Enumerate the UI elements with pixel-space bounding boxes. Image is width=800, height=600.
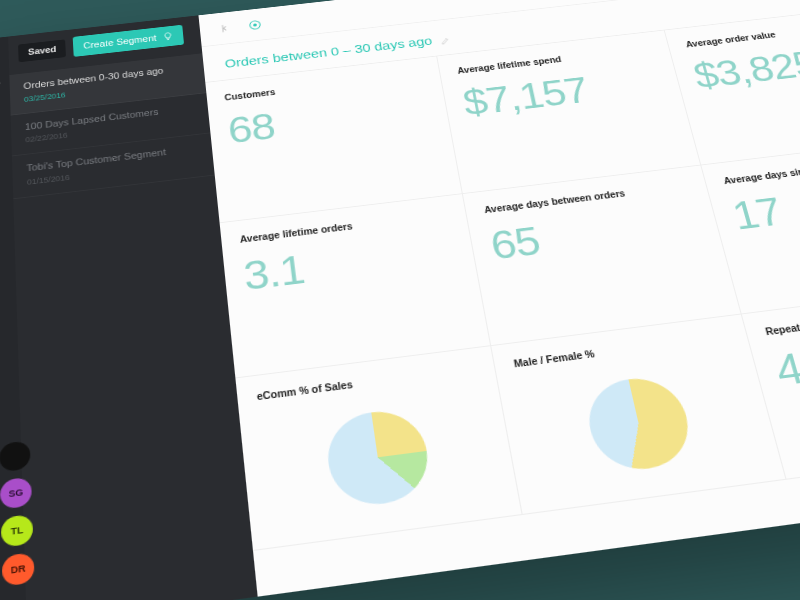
avatar-stack: SGTLDR: [0, 440, 35, 586]
metric-value: $7,157: [460, 64, 664, 122]
avatar[interactable]: TL: [1, 514, 34, 548]
pie-chart: [322, 406, 433, 510]
target-icon[interactable]: [247, 18, 264, 32]
metric-card: Male / Female %: [491, 314, 786, 515]
collapse-icon[interactable]: [216, 21, 233, 35]
edit-title-icon[interactable]: [439, 34, 451, 44]
create-segment-button[interactable]: Create Segment: [73, 25, 184, 57]
metric-chart: [259, 388, 499, 530]
saved-pill: Saved: [18, 39, 66, 62]
metric-grid: Customers68Average lifetime spend$7,157A…: [205, 4, 800, 597]
metric-card: eComm % of Sales: [235, 346, 522, 551]
pie-chart: [581, 373, 697, 475]
main: Export ▾ Saved Orders between 0 – 30 day…: [198, 0, 800, 597]
bulb-icon: [162, 31, 174, 41]
metric-value: 3.1: [242, 232, 458, 297]
bulb-icon[interactable]: [0, 48, 1, 64]
app-window: Saved Create Segment Orders between 0-30…: [0, 0, 800, 600]
avatar[interactable]: SG: [0, 477, 32, 510]
metric-value: 65: [488, 202, 702, 266]
avatar[interactable]: [0, 440, 31, 472]
metric-value: 68: [226, 90, 431, 149]
clock-icon[interactable]: [0, 76, 2, 92]
create-segment-label: Create Segment: [83, 33, 157, 50]
avatar[interactable]: DR: [2, 552, 35, 587]
metric-chart: [518, 355, 762, 494]
svg-point-2: [254, 23, 257, 25]
